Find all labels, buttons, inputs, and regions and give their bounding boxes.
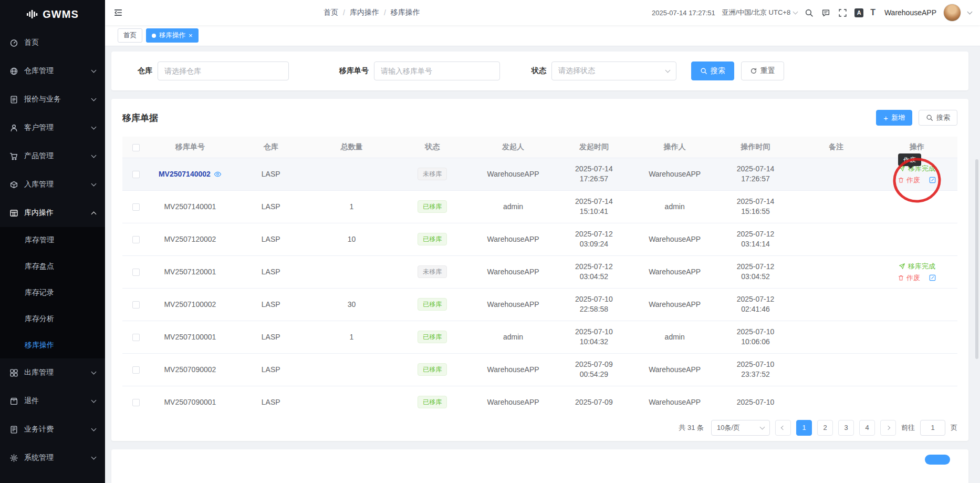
row-checkbox[interactable]	[132, 301, 140, 309]
status-badge: 已移库	[418, 233, 447, 245]
row-checkbox[interactable]	[132, 269, 140, 276]
void-link[interactable]: 作废	[898, 175, 920, 185]
cell: 2025-07-09	[554, 386, 634, 414]
message-icon[interactable]	[821, 8, 831, 18]
cell: LASP	[231, 353, 311, 386]
table-row: MV2507100002 LASP 30 已移库 WarehouseAPP 20…	[122, 288, 957, 321]
sidebar-item-business-billing[interactable]: 业务计费	[0, 415, 105, 444]
user-menu-caret-icon[interactable]	[967, 9, 973, 15]
sidebar-item-quote-business[interactable]: 报价与业务	[0, 85, 105, 114]
chevron-down-icon	[91, 369, 97, 375]
tab-move-operation[interactable]: 移库操作 ×	[146, 28, 199, 43]
row-checkbox[interactable]	[132, 399, 140, 406]
pagination: 共 31 条 10条/页 1 2 3 4 前往 页	[122, 414, 957, 441]
table-header-row: 移库单号 仓库 总数量 状态 发起人 发起时间 操作人 操作时间 备注 操作	[122, 137, 957, 158]
page-size-select[interactable]: 10条/页	[711, 420, 770, 436]
sidebar-subitem-move-operation[interactable]: 移库操作	[0, 332, 105, 358]
sidebar-subitem-inventory-management[interactable]: 库存管理	[0, 227, 105, 253]
sidebar-item-home[interactable]: 首页	[0, 28, 105, 57]
partial-primary-button[interactable]	[925, 455, 950, 465]
eye-icon[interactable]	[214, 170, 222, 178]
cell: LASP	[231, 158, 311, 190]
cell: WarehouseAPP	[634, 158, 715, 190]
main-area: 首页 / 库内操作 / 移库操作 2025-07-14 17:27:51 亚洲/…	[105, 0, 980, 483]
sidebar-fold-icon[interactable]	[113, 7, 124, 18]
close-icon[interactable]: ×	[189, 32, 193, 39]
cell: MV2507140001	[150, 190, 231, 223]
app-name: GWMS	[43, 8, 78, 20]
fullscreen-icon[interactable]	[838, 8, 848, 18]
cell: 1	[311, 190, 392, 223]
search-icon[interactable]	[804, 8, 814, 18]
reset-button[interactable]: 重置	[741, 61, 784, 80]
row-checkbox[interactable]	[132, 334, 140, 341]
trash-icon	[898, 177, 904, 183]
page-button-3[interactable]: 3	[838, 420, 854, 436]
breadcrumb-section[interactable]: 库内操作	[350, 8, 379, 17]
sidebar-subitem-inventory-records[interactable]: 库存记录	[0, 280, 105, 306]
avatar[interactable]	[943, 4, 961, 22]
sidebar-item-warehouse-management[interactable]: 仓库管理	[0, 57, 105, 85]
cell: MV2507100001	[150, 321, 231, 353]
font-size-icon[interactable]: T	[870, 8, 875, 17]
sidebar-item-inbound-management[interactable]: 入库管理	[0, 170, 105, 199]
breadcrumb-home[interactable]: 首页	[324, 8, 338, 17]
edit-icon[interactable]	[929, 176, 936, 184]
row-checkbox[interactable]	[132, 203, 140, 211]
cell: 1	[311, 321, 392, 353]
goto-page-input[interactable]	[920, 420, 945, 436]
row-checkbox[interactable]	[132, 236, 140, 243]
next-page-button[interactable]	[880, 420, 896, 436]
status-select[interactable]: 请选择状态	[551, 61, 676, 80]
cell: 2025-07-1417:26:57	[715, 158, 796, 190]
complete-move-link[interactable]: 移库完成	[879, 261, 955, 271]
row-checkbox[interactable]	[132, 366, 140, 374]
plus-icon: +	[883, 114, 888, 122]
sidebar-item-returns[interactable]: 退件	[0, 387, 105, 415]
page-button-4[interactable]: 4	[859, 420, 875, 436]
send-icon	[899, 263, 905, 270]
cell: LASP	[231, 321, 311, 353]
tags-view-bar: 首页 移库操作 ×	[105, 25, 980, 46]
current-datetime: 2025-07-14 17:27:51	[652, 9, 715, 17]
sidebar-item-product-management[interactable]: 产品管理	[0, 142, 105, 170]
document-icon	[9, 95, 18, 104]
cell: 2025-07-0900:54:29	[554, 353, 634, 386]
timezone-select[interactable]: 亚洲/中国/北京 UTC+8	[722, 8, 797, 17]
filter-panel: 仓库 移库单号 状态 请选择状态 搜索 重置	[111, 52, 968, 90]
scrollbar-thumb[interactable]	[975, 159, 978, 359]
search-button[interactable]: 搜索	[691, 61, 734, 80]
sidebar-item-customer-management[interactable]: 客户管理	[0, 114, 105, 142]
warehouse-input[interactable]	[158, 61, 289, 80]
cell	[796, 255, 877, 288]
warehouse-label: 仓库	[138, 66, 152, 76]
status-label: 状态	[531, 66, 546, 76]
cell: MV2507090002	[150, 353, 231, 386]
edit-icon[interactable]	[929, 274, 936, 282]
page-button-2[interactable]: 2	[817, 420, 833, 436]
move-order-input[interactable]	[374, 61, 500, 80]
add-button[interactable]: + 新增	[876, 110, 912, 126]
status-badge: 已移库	[418, 200, 447, 213]
cell: WarehouseAPP	[473, 158, 554, 190]
prev-page-button[interactable]	[775, 420, 791, 436]
cell: WarehouseAPP	[634, 255, 715, 288]
sidebar-subitem-inventory-analysis[interactable]: 库存分析	[0, 306, 105, 332]
cell: admin	[634, 321, 715, 353]
sidebar-subitem-inventory-count[interactable]: 库存盘点	[0, 253, 105, 280]
chevron-down-icon	[91, 68, 97, 73]
cell: WarehouseAPP	[634, 223, 715, 255]
cell	[796, 158, 877, 190]
sidebar-item-outbound-management[interactable]: 出库管理	[0, 358, 105, 387]
translate-icon[interactable]: A	[854, 8, 863, 17]
row-checkbox[interactable]	[132, 171, 140, 178]
order-number-link[interactable]: MV2507140002	[159, 169, 211, 179]
sidebar-item-inwarehouse-operations[interactable]: 库内操作	[0, 199, 105, 227]
select-all-checkbox[interactable]	[132, 144, 140, 151]
sidebar-item-system-management[interactable]: 系统管理	[0, 444, 105, 472]
void-link[interactable]: 作废	[898, 273, 920, 283]
tab-home[interactable]: 首页	[118, 28, 142, 43]
page-button-1[interactable]: 1	[796, 420, 812, 436]
panel-search-button[interactable]: 搜索	[919, 110, 957, 126]
cell	[796, 190, 877, 223]
